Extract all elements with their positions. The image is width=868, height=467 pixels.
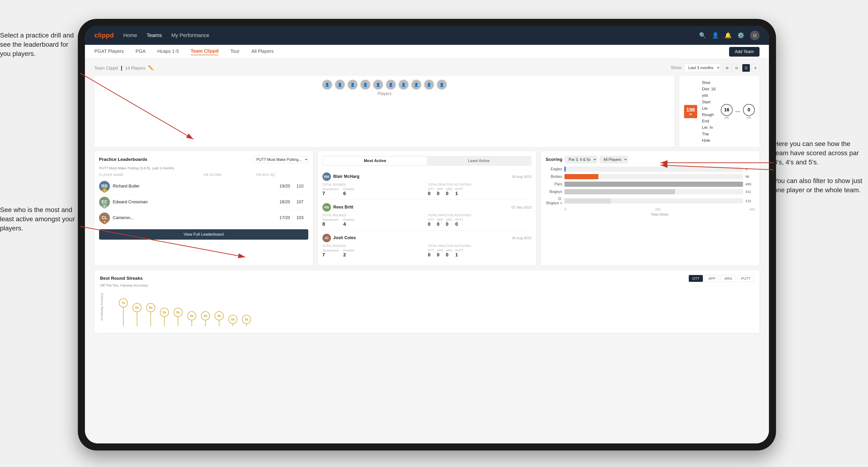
activity-tab-most[interactable]: Most Active [323,157,427,165]
lb-title: Practice Leaderboards [99,157,148,162]
scoring-bar-eagles: Eagles 3 [546,166,755,172]
player-row-header-1: BM Blair McHarg 26 Aug 2023 [322,173,532,181]
birdies-value: 96 [745,175,755,179]
putt-label: PUTT [455,187,463,191]
subnav-hcaps[interactable]: Hcaps 1-5 [157,49,179,55]
ott-val-3: 0 [428,252,434,257]
putt-filter-button[interactable]: PUTT [738,275,754,282]
show-select[interactable]: Last 3 months Last month Last 6 months L… [684,64,720,72]
shot-circle-2: 0 [743,104,755,116]
team-avatar: 👤 [347,80,358,90]
tournament-val-2: 8 [322,221,339,227]
bell-icon[interactable]: 🔔 [724,32,732,39]
lb-score-3: 17/20 [280,215,294,220]
total-practice-label-1: Total Practice Activities [428,183,531,186]
team-avatar: 👤 [424,80,434,90]
view-leaderboard-button[interactable]: View Full Leaderboard [99,229,308,240]
streak-bubble-3: 6x [146,303,155,312]
user-avatar[interactable]: U [750,31,760,40]
show-label: Show [671,65,681,70]
total-practice-label-3: Total Practice Activities [428,244,531,248]
activity-tabs: Most Active Least Active [322,156,532,166]
shot-details: Shot Dist: 16 yds Start Lie: Rough End L… [702,80,716,144]
player-info-3: JC Josh Coles [322,234,356,242]
activity-card: Most Active Least Active BM Blair McHarg… [318,151,536,266]
list-icon[interactable]: ☰ [742,64,750,72]
subnav-all-players[interactable]: All Players [251,49,274,55]
ott-filter-button[interactable]: OTT [689,275,703,282]
streaks-filter-row: OTT APP ARG PUTT [689,275,754,282]
streaks-subtitle: Off The Tee, Fairway Accuracy [100,283,754,287]
total-rounds-label-3: Total Rounds [322,244,426,248]
total-rounds-label-1: Total Rounds [322,183,426,186]
streak-bubble-6: 4x [187,311,196,320]
circle-connector: — [736,109,740,114]
putt-val-3: 1 [455,252,463,257]
lb-drill-select[interactable]: PUTT Must Make Putting... [253,156,308,163]
nav-teams[interactable]: Teams [147,32,162,38]
search-icon[interactable]: 🔍 [699,32,706,39]
lb-score-2: 18/20 [280,199,294,205]
grid-large-icon[interactable]: ⊞ [723,64,731,72]
lb-header: Practice Leaderboards PUTT Must Make Put… [99,156,308,163]
lb-avg-2: 107 [297,199,308,205]
add-team-button[interactable]: Add Team [729,47,760,57]
player-date-1: 26 Aug 2023 [512,175,531,179]
streaks-title: Best Round Streaks [100,276,143,281]
total-practice-section-2: Total Practice Activities OTT0 APP0 ARG0… [428,214,531,227]
arg-filter-button[interactable]: ARG [721,275,736,282]
scoring-axis: 0200400 [546,208,755,211]
total-rounds-label-2: Total Rounds [322,214,426,217]
streak-bubble-8: 4x [215,311,224,320]
lb-subtitle: PUTT Must Make Putting (3-6 ft), Last 3 … [99,166,308,170]
app-label: APP [437,187,443,191]
player-name-3: Josh Coles [333,236,356,240]
total-practice-section-1: Total Practice Activities OTT0 APP0 ARG0… [428,183,531,196]
nav-icons: 🔍 👤 🔔 ⚙️ U [699,31,760,40]
nav-my-performance[interactable]: My Performance [171,32,209,38]
settings-icon[interactable]: ⚙️ [737,32,744,39]
view-icons: ⊞ ⊟ ☰ ⇅ [723,64,760,72]
player-row-header-2: RB Rees Britt 02 Sep 2023 [322,203,532,212]
total-rounds-section-1: Total Rounds Tournament7 Practice6 [322,183,426,196]
bogeys-value: 311 [745,190,755,194]
par-filter-select[interactable]: Par 3, 4 & 5s Par 3s Par 4s Par 5s [565,156,597,163]
annotation-right: Here you can see how the team have score… [774,139,863,195]
player-activity-row-1: BM Blair McHarg 26 Aug 2023 Total Rounds… [322,169,532,200]
arg-val-3: 0 [446,252,453,257]
total-practice-label-2: Total Practice Activities [428,214,531,217]
lb-rank-avatar-3: CL 3 [99,213,110,223]
lb-row-3: CL 3 Cameron... 17/20 103 [99,210,308,226]
nav-home[interactable]: Home [123,32,137,38]
eagles-fill [564,166,566,172]
eagles-label: Eagles [546,167,562,171]
streak-bubble-9: 3x [228,315,237,324]
tournament-val-3: 7 [322,252,339,257]
subnav-pga[interactable]: PGA [135,49,146,55]
player-avatar-3: JC [322,234,331,242]
subnav-pgat[interactable]: PGAT Players [94,49,124,55]
app-filter-button[interactable]: APP [705,275,719,282]
streak-bubble-10: 3x [242,315,251,324]
annotation-bottom-left: See who is the most and least active amo… [0,205,75,233]
subnav-tour[interactable]: Tour [230,49,240,55]
dbogeys-fill [564,198,611,204]
lb-name-2: Edward Crossman [113,199,277,205]
scoring-bar-birdies: Birdies 96 [546,174,755,179]
sort-icon[interactable]: ⇅ [751,64,760,72]
scoring-bar-dbogeys: D. Bogeys + 131 [546,197,755,205]
grid-small-icon[interactable]: ⊟ [733,64,741,72]
player-filter-select[interactable]: All Players [600,156,628,163]
pars-track [564,182,743,187]
edit-team-icon[interactable]: ✏️ [148,65,154,70]
arg-val-2: 0 [446,221,453,227]
user-icon[interactable]: 👤 [712,32,719,39]
putt-val-2: 0 [455,221,463,227]
lb-avg-1: 110 [297,184,308,189]
eagles-value: 3 [745,167,755,171]
ott-val-2: 0 [428,221,434,227]
shot-circles: 16 yds — 0 yds [721,104,755,119]
activity-tab-least[interactable]: Least Active [427,157,531,165]
lb-row-2: EC 2 Edward Crossman 18/20 107 [99,194,308,210]
subnav-team-clippd[interactable]: Team Clippd [191,49,219,55]
